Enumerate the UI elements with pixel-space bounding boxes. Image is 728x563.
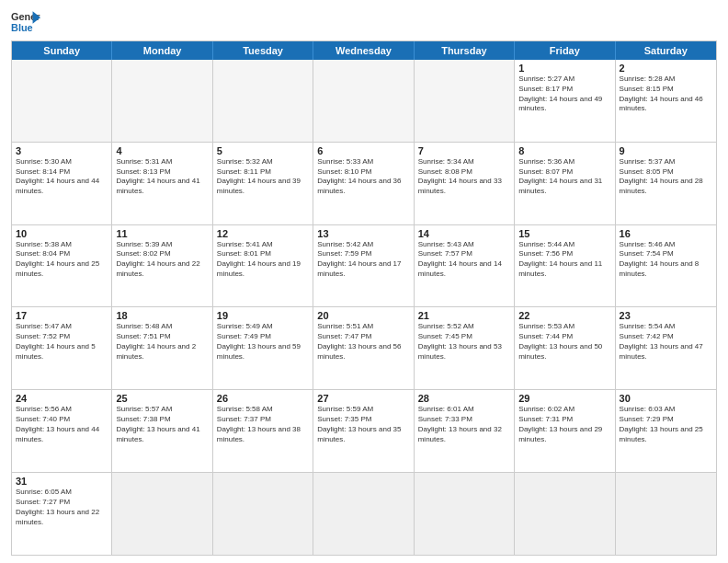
logo: General Blue — [11, 9, 40, 35]
calendar: SundayMondayTuesdayWednesdayThursdayFrid… — [11, 40, 717, 556]
day-number: 29 — [518, 393, 610, 404]
day-info: Sunrise: 6:03 AM Sunset: 7:29 PM Dayligh… — [620, 405, 712, 444]
day-number: 27 — [317, 393, 409, 404]
calendar-cell: 14Sunrise: 5:43 AM Sunset: 7:57 PM Dayli… — [415, 225, 515, 307]
calendar-cell — [415, 473, 515, 555]
calendar-row-3: 10Sunrise: 5:38 AM Sunset: 8:04 PM Dayli… — [12, 224, 716, 307]
day-info: Sunrise: 5:33 AM Sunset: 8:10 PM Dayligh… — [317, 157, 409, 197]
calendar-row-6: 31Sunrise: 6:05 AM Sunset: 7:27 PM Dayli… — [12, 472, 716, 555]
day-info: Sunrise: 5:56 AM Sunset: 7:40 PM Dayligh… — [16, 405, 108, 444]
day-info: Sunrise: 6:05 AM Sunset: 7:27 PM Dayligh… — [16, 488, 108, 527]
day-header-monday: Monday — [112, 41, 212, 60]
day-number: 21 — [418, 310, 510, 321]
day-number: 5 — [217, 145, 309, 156]
day-number: 22 — [518, 310, 610, 321]
day-number: 9 — [620, 145, 712, 156]
day-info: Sunrise: 5:32 AM Sunset: 8:11 PM Dayligh… — [217, 157, 309, 197]
calendar-cell: 29Sunrise: 6:02 AM Sunset: 7:31 PM Dayli… — [515, 390, 615, 472]
calendar-cell: 18Sunrise: 5:48 AM Sunset: 7:51 PM Dayli… — [112, 307, 212, 389]
page-header: General Blue — [11, 9, 717, 35]
calendar-cell: 31Sunrise: 6:05 AM Sunset: 7:27 PM Dayli… — [12, 473, 112, 555]
day-number: 31 — [16, 476, 108, 487]
calendar-cell: 6Sunrise: 5:33 AM Sunset: 8:10 PM Daylig… — [313, 143, 414, 224]
calendar-cell — [213, 60, 313, 142]
calendar-cell: 22Sunrise: 5:53 AM Sunset: 7:44 PM Dayli… — [515, 307, 615, 389]
calendar-cell: 11Sunrise: 5:39 AM Sunset: 8:02 PM Dayli… — [112, 225, 212, 307]
calendar-cell: 23Sunrise: 5:54 AM Sunset: 7:42 PM Dayli… — [616, 307, 716, 389]
day-header-tuesday: Tuesday — [213, 41, 313, 60]
calendar-cell: 16Sunrise: 5:46 AM Sunset: 7:54 PM Dayli… — [616, 225, 716, 307]
day-number: 11 — [116, 228, 208, 239]
day-info: Sunrise: 5:53 AM Sunset: 7:44 PM Dayligh… — [518, 322, 610, 362]
day-info: Sunrise: 5:46 AM Sunset: 7:54 PM Dayligh… — [620, 240, 712, 280]
day-info: Sunrise: 5:49 AM Sunset: 7:49 PM Dayligh… — [217, 322, 309, 362]
day-number: 4 — [116, 145, 208, 156]
calendar-cell: 4Sunrise: 5:31 AM Sunset: 8:13 PM Daylig… — [112, 143, 212, 224]
calendar-cell: 26Sunrise: 5:58 AM Sunset: 7:37 PM Dayli… — [213, 390, 313, 472]
day-number: 3 — [16, 145, 108, 156]
day-info: Sunrise: 5:38 AM Sunset: 8:04 PM Dayligh… — [16, 240, 108, 280]
day-info: Sunrise: 5:39 AM Sunset: 8:02 PM Dayligh… — [116, 240, 208, 280]
day-header-thursday: Thursday — [415, 41, 515, 60]
calendar-cell: 20Sunrise: 5:51 AM Sunset: 7:47 PM Dayli… — [313, 307, 414, 389]
calendar-cell: 13Sunrise: 5:42 AM Sunset: 7:59 PM Dayli… — [313, 225, 414, 307]
calendar-cell: 12Sunrise: 5:41 AM Sunset: 8:01 PM Dayli… — [213, 225, 313, 307]
day-info: Sunrise: 5:37 AM Sunset: 8:05 PM Dayligh… — [620, 157, 712, 197]
day-number: 16 — [620, 228, 712, 239]
day-info: Sunrise: 5:31 AM Sunset: 8:13 PM Dayligh… — [116, 157, 208, 197]
day-info: Sunrise: 6:01 AM Sunset: 7:33 PM Dayligh… — [418, 405, 510, 444]
calendar-row-2: 3Sunrise: 5:30 AM Sunset: 8:14 PM Daylig… — [12, 142, 716, 224]
day-info: Sunrise: 5:57 AM Sunset: 7:38 PM Dayligh… — [116, 405, 208, 444]
calendar-cell: 2Sunrise: 5:28 AM Sunset: 8:15 PM Daylig… — [616, 60, 716, 142]
calendar-cell — [515, 473, 615, 555]
calendar-cell — [112, 60, 212, 142]
calendar-cell: 30Sunrise: 6:03 AM Sunset: 7:29 PM Dayli… — [616, 390, 716, 472]
day-number: 20 — [317, 310, 409, 321]
day-header-wednesday: Wednesday — [313, 41, 414, 60]
day-number: 24 — [16, 393, 108, 404]
day-info: Sunrise: 5:34 AM Sunset: 8:08 PM Dayligh… — [418, 157, 510, 197]
day-number: 13 — [317, 228, 409, 239]
calendar-cell — [415, 60, 515, 142]
calendar-cell — [213, 473, 313, 555]
day-info: Sunrise: 5:36 AM Sunset: 8:07 PM Dayligh… — [518, 157, 610, 197]
day-header-saturday: Saturday — [616, 41, 716, 60]
day-number: 12 — [217, 228, 309, 239]
day-info: Sunrise: 5:42 AM Sunset: 7:59 PM Dayligh… — [317, 240, 409, 280]
calendar-cell: 24Sunrise: 5:56 AM Sunset: 7:40 PM Dayli… — [12, 390, 112, 472]
calendar-row-5: 24Sunrise: 5:56 AM Sunset: 7:40 PM Dayli… — [12, 389, 716, 472]
calendar-cell: 10Sunrise: 5:38 AM Sunset: 8:04 PM Dayli… — [12, 225, 112, 307]
svg-text:Blue: Blue — [11, 22, 33, 33]
calendar-cell: 25Sunrise: 5:57 AM Sunset: 7:38 PM Dayli… — [112, 390, 212, 472]
calendar-body: 1Sunrise: 5:27 AM Sunset: 8:17 PM Daylig… — [12, 60, 716, 555]
day-number: 15 — [518, 228, 610, 239]
calendar-cell: 21Sunrise: 5:52 AM Sunset: 7:45 PM Dayli… — [415, 307, 515, 389]
generalblue-logo-icon: General Blue — [11, 9, 40, 35]
day-info: Sunrise: 5:48 AM Sunset: 7:51 PM Dayligh… — [116, 322, 208, 362]
calendar-cell: 27Sunrise: 5:59 AM Sunset: 7:35 PM Dayli… — [313, 390, 414, 472]
day-number: 28 — [418, 393, 510, 404]
calendar-header: SundayMondayTuesdayWednesdayThursdayFrid… — [12, 41, 716, 60]
calendar-cell: 8Sunrise: 5:36 AM Sunset: 8:07 PM Daylig… — [515, 143, 615, 224]
day-header-friday: Friday — [515, 41, 615, 60]
day-number: 19 — [217, 310, 309, 321]
calendar-cell — [112, 473, 212, 555]
calendar-row-4: 17Sunrise: 5:47 AM Sunset: 7:52 PM Dayli… — [12, 306, 716, 389]
calendar-cell: 7Sunrise: 5:34 AM Sunset: 8:08 PM Daylig… — [415, 143, 515, 224]
day-info: Sunrise: 5:28 AM Sunset: 8:15 PM Dayligh… — [620, 75, 712, 114]
day-info: Sunrise: 5:41 AM Sunset: 8:01 PM Dayligh… — [217, 240, 309, 280]
day-info: Sunrise: 5:43 AM Sunset: 7:57 PM Dayligh… — [418, 240, 510, 280]
day-info: Sunrise: 5:59 AM Sunset: 7:35 PM Dayligh… — [317, 405, 409, 444]
calendar-cell — [313, 473, 414, 555]
calendar-cell: 3Sunrise: 5:30 AM Sunset: 8:14 PM Daylig… — [12, 143, 112, 224]
day-info: Sunrise: 5:44 AM Sunset: 7:56 PM Dayligh… — [518, 240, 610, 280]
day-number: 2 — [620, 63, 712, 74]
day-info: Sunrise: 5:58 AM Sunset: 7:37 PM Dayligh… — [217, 405, 309, 444]
day-number: 17 — [16, 310, 108, 321]
day-number: 25 — [116, 393, 208, 404]
day-number: 7 — [418, 145, 510, 156]
calendar-cell: 1Sunrise: 5:27 AM Sunset: 8:17 PM Daylig… — [515, 60, 615, 142]
day-info: Sunrise: 5:52 AM Sunset: 7:45 PM Dayligh… — [418, 322, 510, 362]
day-number: 1 — [518, 63, 610, 74]
calendar-cell: 5Sunrise: 5:32 AM Sunset: 8:11 PM Daylig… — [213, 143, 313, 224]
